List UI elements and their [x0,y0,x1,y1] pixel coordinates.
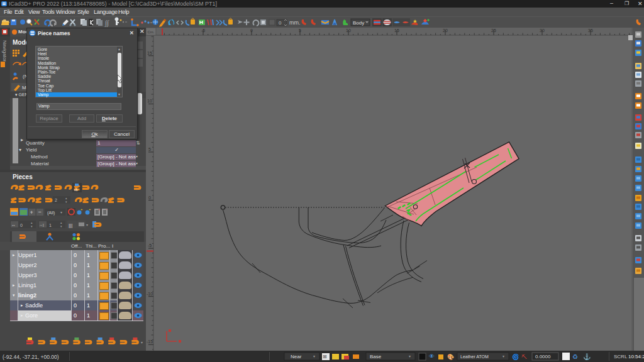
svg-text:▾: ▾ [141,341,143,344]
svg-text:20: 20 [443,28,448,33]
svg-text:∫∫: ∫∫ [104,19,109,27]
svg-text:10: 10 [346,28,351,33]
svg-text:⚓: ⚓ [583,353,591,361]
svg-text:↔: ↔ [11,222,16,227]
svg-text:(All): (All) [47,211,55,216]
svg-text:👁: 👁 [429,353,435,359]
svg-text:0: 0 [20,223,23,228]
svg-text:25: 25 [491,28,496,33]
svg-text:0: 0 [279,20,282,26]
svg-text:🎨: 🎨 [447,353,455,361]
svg-text:⊞: ⊞ [323,354,327,359]
svg-text:-10: -10 [147,292,153,296]
svg-text:▾: ▾ [409,354,411,358]
svg-text:🌀: 🌀 [512,353,519,361]
svg-text:Leather ATOM: Leather ATOM [460,354,489,359]
svg-text:Base: Base [370,354,382,359]
svg-text:▾: ▾ [313,354,315,358]
svg-text:♻: ♻ [572,353,578,360]
svg-text:+: + [80,207,83,211]
svg-text:→|: →| [39,223,44,227]
svg-text:-15: -15 [147,339,153,344]
svg-text:▾: ▾ [60,211,62,214]
svg-text:+: + [98,207,101,211]
svg-text:−: − [38,209,42,215]
svg-text:30: 30 [540,28,545,33]
svg-text:−: − [106,207,108,211]
svg-text:Body: Body [353,20,364,26]
svg-text:15: 15 [147,51,152,55]
svg-text:-5: -5 [148,243,152,248]
svg-text:2: 2 [55,198,57,202]
svg-text:⛏: ⛏ [521,354,527,360]
svg-text:mm.: mm. [289,19,301,26]
svg-text:5: 5 [148,147,151,151]
svg-text:10: 10 [147,99,152,103]
svg-text:0: 0 [250,28,253,33]
svg-text:0.0000: 0.0000 [535,354,551,359]
svg-text:|||: ||| [69,222,72,228]
svg-text:▾: ▾ [502,354,504,358]
svg-text:35: 35 [588,28,593,33]
svg-text:0: 0 [148,195,151,200]
svg-text:5: 5 [299,28,301,33]
svg-text:15: 15 [394,28,399,33]
svg-text:+: + [89,207,91,211]
svg-text:-5: -5 [201,28,205,33]
svg-text:Cm.: Cm. [148,30,155,34]
svg-text:xB: xB [74,188,79,192]
svg-text:+: + [30,209,33,216]
svg-text:1: 1 [49,223,52,228]
svg-text:▾: ▾ [86,223,88,227]
svg-text:Near: Near [291,354,302,359]
